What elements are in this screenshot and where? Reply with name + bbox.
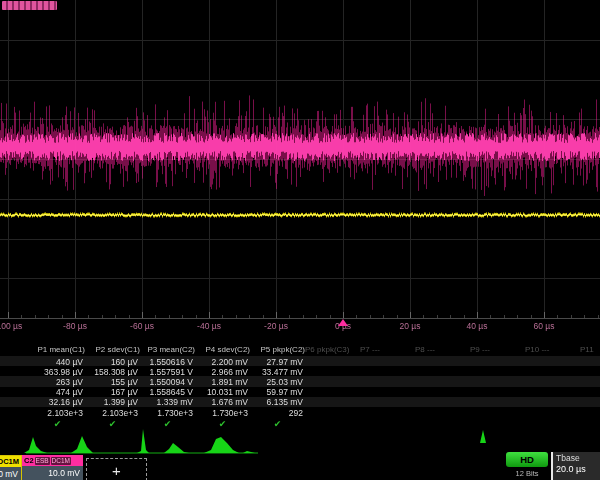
measurement-value: 158.308 µV [85,367,138,377]
hd-bits-label: 12 Bits [506,469,548,478]
measurement-value: 2.966 mV [195,367,248,377]
measurement-value: 10.031 mV [195,387,248,397]
parameter-header[interactable]: P9 --- [470,345,525,354]
time-axis-label: 40 µs [467,321,488,331]
measurement-value: 440 µV [30,357,83,367]
timebase-value: 20.0 µs [553,463,600,474]
status-checkmark: ✔ [195,419,250,429]
measurement-value: 474 µV [30,387,83,397]
c1-coupling-badge: DC1M [0,457,19,466]
measurement-value: 1.891 mV [195,377,248,387]
measurement-value: 1.339 mV [140,397,193,407]
histicon-peak [24,437,47,453]
measurement-value: 292 [250,408,303,418]
waveform-grid[interactable] [0,0,600,336]
time-axis-label: -40 µs [197,321,221,331]
parameter-header[interactable]: P11 [580,345,600,354]
hd-mode-badge: HD [506,452,548,467]
time-axis-label: -60 µs [130,321,154,331]
measurement-value: 2.103e+3 [30,408,83,418]
measurement-value: 59.97 mV [250,387,303,397]
time-axis-label: 60 µs [534,321,555,331]
measurement-value: 160 µV [85,357,138,367]
channel-c2-descriptor[interactable]: C2 ESB DC1M 10.0 mV [22,455,83,480]
oscilloscope-screen: -100 µs-80 µs-60 µs-40 µs-20 µs0 µs20 µs… [0,0,600,480]
c2-coupling-badge: DC1M [51,457,71,465]
status-checkmark: ✔ [140,419,195,429]
measurement-table: 440 µV160 µV1.550616 V2.200 mV27.97 mV36… [0,344,600,434]
time-axis-labels: -100 µs-80 µs-60 µs-40 µs-20 µs0 µs20 µs… [0,321,600,333]
measurement-value: 1.730e+3 [140,408,193,418]
parameter-header[interactable]: P10 --- [525,345,580,354]
status-checkmark: ✔ [250,419,305,429]
parameter-header[interactable]: P6 pkpk(C3) [305,345,360,354]
parameter-header[interactable]: P3 mean(C2) [140,345,195,354]
histicon-peak [164,443,189,453]
parameter-header[interactable]: P4 sdev(C2) [195,345,250,354]
measurement-value: 1.550616 V [140,357,193,367]
top-left-badge [2,1,57,10]
timebase-label: Tbase [553,452,600,463]
measurement-value: 1.399 µV [85,397,138,407]
c2-label: C2 [24,456,34,465]
measurement-value: 1.557591 V [140,367,193,377]
histicon-peak [71,436,93,453]
measurement-value: 1.730e+3 [195,408,248,418]
measurement-value: 27.97 mV [250,357,303,367]
parameter-header[interactable]: P1 mean(C1) [30,345,85,354]
time-axis-label: 20 µs [400,321,421,331]
time-axis-label: -100 µs [0,321,22,331]
histicon-peak [243,451,255,453]
measurement-value: 1.558645 V [140,387,193,397]
parameter-header[interactable]: P7 --- [360,345,415,354]
measurement-value: 2.200 mV [195,357,248,367]
measurement-value: 25.03 mV [250,377,303,387]
status-checkmark: ✔ [85,419,140,429]
c2-volts-per-div: 10.0 mV [22,466,83,480]
measurement-value: 1.676 mV [195,397,248,407]
status-checkmark: ✔ [30,419,85,429]
time-axis-label: -20 µs [264,321,288,331]
measurement-value: 263 µV [30,377,83,387]
measurement-value: 32.16 µV [30,397,83,407]
measurement-value: 2.103e+3 [85,408,138,418]
channel-c1-descriptor[interactable]: C1 DC1M 10.0 mV [0,455,22,480]
parameter-header[interactable]: P8 --- [415,345,470,354]
trigger-position-marker[interactable] [338,319,348,326]
measurement-value: 33.477 mV [250,367,303,377]
measurement-value: 155 µV [85,377,138,387]
measurement-value: 363.98 µV [30,367,83,377]
histicon-peak [204,437,239,453]
measurement-value: 1.550094 V [140,377,193,387]
timebase-panel[interactable]: Tbase 20.0 µs [551,452,600,480]
parameter-header[interactable]: P2 sdev(C1) [85,345,140,354]
measurement-value: 6.135 mV [250,397,303,407]
parameter-header[interactable]: P5 pkpk(C2) [250,345,305,354]
add-trace-button[interactable]: + [86,458,147,480]
c1-volts-per-div: 10.0 mV [0,467,21,480]
measurement-value: 167 µV [85,387,138,397]
c2-esb-badge: ESB [35,457,50,465]
time-axis-label: -80 µs [63,321,87,331]
